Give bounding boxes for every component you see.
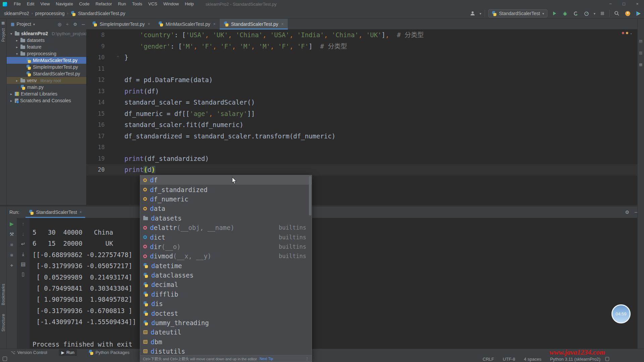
next-tip-link[interactable]: Next Tip: [260, 357, 273, 361]
pin-icon[interactable]: ⌖: [10, 262, 13, 269]
interpreter-indicator[interactable]: Python 3.11 (sklearnPro2): [550, 357, 600, 362]
code-line-15[interactable]: 15df_numeric = df[['age', 'salary']]: [86, 108, 644, 120]
completion-item-distutils[interactable]: distutils: [140, 347, 312, 356]
debug-button[interactable]: [561, 10, 569, 17]
code-line-9[interactable]: 9 'gender': ['M', 'F', 'F', 'M', 'M', 'F…: [86, 41, 644, 52]
menu-run[interactable]: Run: [115, 1, 129, 6]
right-stripe-icon[interactable]: ▦: [639, 62, 642, 67]
code-line-12[interactable]: 12df = pd.DataFrame(data): [86, 74, 644, 86]
tree-chevron-icon[interactable]: ▸: [9, 92, 13, 96]
code-line-11[interactable]: 11: [86, 63, 644, 75]
code-line-19[interactable]: 19print(df_standardized): [86, 153, 644, 165]
completion-item-data[interactable]: data: [140, 204, 312, 213]
tree-item-preprocessing[interactable]: ▾preprocessing: [7, 50, 86, 57]
menu-file[interactable]: File: [11, 1, 24, 6]
breadcrumb-file[interactable]: StandardScalerTest.py: [78, 11, 125, 16]
plugin-icon[interactable]: [635, 10, 642, 17]
menu-edit[interactable]: Edit: [24, 1, 37, 6]
tree-item-minmaxscalertest-py[interactable]: MinMaxScalerTest.py: [7, 57, 86, 64]
tree-item-simpleimputertest-py[interactable]: SimpleImputerTest.py: [7, 64, 86, 70]
toolwindow-button-run[interactable]: ▶Run: [59, 349, 77, 356]
completion-item-dbm[interactable]: dbm: [140, 337, 312, 347]
tree-chevron-icon[interactable]: ▸: [15, 45, 19, 49]
run-configuration-select[interactable]: StandardScalerTest ▾: [488, 9, 547, 17]
tree-chevron-icon[interactable]: ▸: [15, 79, 19, 82]
tree-item-datasets[interactable]: ▸datasets: [7, 37, 86, 44]
coverage-button[interactable]: [572, 10, 580, 17]
completion-item-decimal[interactable]: decimal: [140, 280, 312, 289]
close-icon[interactable]: ×: [148, 22, 150, 26]
run-console-tab[interactable]: StandardScalerTest ×: [25, 206, 85, 218]
breadcrumb-project[interactable]: sklearnPro2: [4, 11, 29, 16]
project-panel-title[interactable]: Project: [16, 21, 31, 27]
completion-item-df[interactable]: df: [140, 175, 312, 185]
completion-item-divmod__x__y[interactable]: divmod(__x, __y)builtins: [140, 251, 312, 261]
completion-item-doctest[interactable]: doctest: [140, 308, 312, 318]
print-icon[interactable]: ▤: [21, 261, 25, 267]
fold-marker-icon[interactable]: ⌃: [111, 52, 124, 63]
code-line-16[interactable]: 16standard_scaler.fit(df_numeric): [86, 119, 644, 131]
indent-indicator[interactable]: 4 spaces: [524, 357, 541, 362]
completion-item-difflib[interactable]: difflib: [140, 290, 312, 299]
code-line-14[interactable]: 14standard_scaler = StandardScaler(): [86, 97, 644, 108]
tab-standardscalertest-py[interactable]: StandardScalerTest.py×: [220, 19, 288, 29]
hide-panel-icon[interactable]: ─: [80, 22, 86, 27]
tree-chevron-icon[interactable]: ▸: [9, 99, 13, 103]
right-stripe-icon[interactable]: ▤: [639, 39, 642, 43]
tab-simpleimputertest-py[interactable]: SimpleImputerTest.py×: [88, 19, 154, 29]
close-icon[interactable]: ×: [281, 22, 284, 26]
updates-icon[interactable]: [624, 10, 631, 17]
menu-help[interactable]: Help: [182, 1, 197, 6]
line-ending-indicator[interactable]: CRLF: [483, 357, 494, 362]
profiler-dropdown-caret[interactable]: ▾: [594, 12, 595, 15]
completion-item-dataclasses[interactable]: dataclasses: [140, 270, 312, 280]
tree-item-standardscalertest-py[interactable]: StandardScalerTest.py: [7, 70, 86, 77]
code-line-20[interactable]: 20print(d): [86, 164, 644, 176]
tree-item-external-libraries[interactable]: ▸External Libraries: [7, 90, 86, 97]
tree-chevron-icon[interactable]: ▾: [15, 52, 19, 56]
code-line-13[interactable]: 13print(df): [86, 86, 644, 97]
profiler-button[interactable]: [583, 10, 590, 17]
chevron-down-icon[interactable]: ▾: [33, 22, 35, 26]
completion-item-df_standardized[interactable]: df_standardized: [140, 185, 312, 194]
tree-item-sklearnpro2[interactable]: ▾sklearnPro2D:\python_proj\sklearnPro2: [7, 30, 86, 37]
tree-item-feature[interactable]: ▸feature: [7, 44, 86, 50]
minimize-button[interactable]: −: [604, 0, 617, 8]
edit-configuration-icon[interactable]: ⚒: [9, 231, 14, 238]
run-button[interactable]: [551, 10, 558, 17]
completion-item-df_numeric[interactable]: df_numeric: [140, 194, 312, 204]
clear-console-icon[interactable]: ▯: [22, 271, 24, 278]
completion-item-dateutil[interactable]: dateutil: [140, 327, 312, 337]
tree-chevron-icon[interactable]: ▾: [9, 32, 13, 36]
close-button[interactable]: ×: [631, 0, 644, 8]
tree-item-venv[interactable]: ▸venvlibrary root: [7, 77, 86, 84]
rerun-icon[interactable]: ▶: [10, 221, 14, 227]
code-line-8[interactable]: 8 'country': ['USA', 'UK', 'China', 'USA…: [86, 29, 644, 41]
completion-item-dummy_threading[interactable]: dummy_threading: [140, 318, 312, 327]
completion-item-dis[interactable]: dis: [140, 299, 312, 308]
tree-item-main-py[interactable]: main.py: [7, 84, 86, 90]
console-output[interactable]: 5 30 40000 China6 15 20000 UK[[-0.688998…: [33, 227, 136, 350]
menu-view[interactable]: View: [37, 1, 53, 6]
toolwindow-button-version-control[interactable]: ⌥Version Control: [8, 349, 50, 356]
completion-item-datetime[interactable]: datetime: [140, 261, 312, 270]
settings-gear-icon[interactable]: ⚙: [625, 209, 630, 215]
tool-stripe-structure[interactable]: Structure: [1, 314, 6, 331]
inspections-widget[interactable]: ⌄: [622, 31, 633, 35]
code-line-10[interactable]: 10⌃}: [86, 52, 644, 63]
menu-refactor[interactable]: Refactor: [93, 1, 115, 6]
toolwindow-button-python-packages[interactable]: Python Packages: [86, 349, 132, 356]
locate-file-icon[interactable]: ◎: [56, 22, 63, 27]
user-dropdown-caret[interactable]: ▾: [480, 12, 481, 15]
tab-minmaxscalertest-py[interactable]: MinMaxScalerTest.py×: [154, 19, 220, 29]
layout-icon[interactable]: [3, 357, 7, 361]
close-icon[interactable]: ×: [213, 22, 216, 26]
soft-wrap-icon[interactable]: ↵: [21, 241, 25, 247]
settings-gear-icon[interactable]: ⚙: [72, 22, 78, 27]
restore-layout-icon[interactable]: ≡: [10, 252, 13, 258]
maximize-button[interactable]: □: [617, 0, 631, 8]
menu-navigate[interactable]: Navigate: [53, 1, 76, 6]
scroll-to-end-icon[interactable]: ⤓: [22, 251, 24, 257]
breadcrumb-package[interactable]: preprocessing: [35, 11, 65, 16]
menu-vcs[interactable]: VCS: [145, 1, 160, 6]
